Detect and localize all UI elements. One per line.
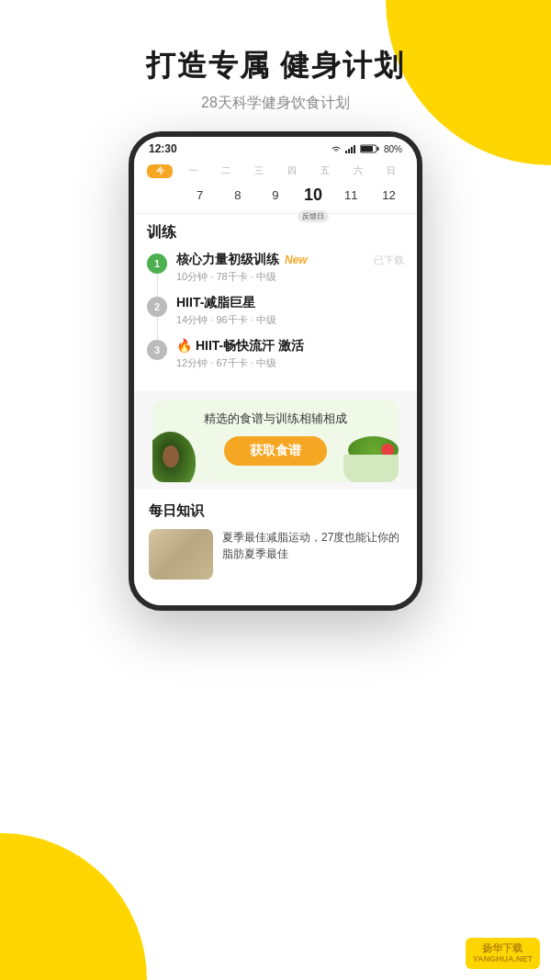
food-banner: 精选的食谱与训练相辅相成 获取食谱 xyxy=(152,400,399,482)
hero-subtitle: 28天科学健身饮食计划 xyxy=(0,94,551,113)
salad-decoration xyxy=(343,436,399,482)
watermark: 扬华下载 YANGHUA.NET xyxy=(466,938,540,969)
knowledge-card[interactable]: 夏季最佳减脂运动，27度也能让你的脂肪夏季最佳 xyxy=(149,529,402,580)
workout-number-1: 1 xyxy=(147,253,167,274)
feedback-label: 反馈日 xyxy=(298,210,329,222)
downloaded-tag: 已下载 xyxy=(374,252,404,267)
workout-name-3: 🔥 HIIT-畅快流汗 激活 xyxy=(176,338,404,355)
phone-bottom-space xyxy=(134,587,417,605)
workout-name-2: HIIT-减脂巨星 xyxy=(176,295,404,311)
battery-percent: 80% xyxy=(384,144,402,154)
day-12[interactable]: 12 xyxy=(376,182,401,208)
day-label-thu: 四 xyxy=(279,164,305,178)
signal-icon xyxy=(345,144,356,153)
phone-mockup: 12:30 80% xyxy=(129,131,422,611)
watermark-line1: 扬华下载 xyxy=(482,941,523,954)
day-label-sat: 六 xyxy=(345,164,371,178)
svg-rect-6 xyxy=(361,146,373,152)
corner-decoration-bottom-left xyxy=(0,833,147,980)
hero-title: 打造专属 健身计划 xyxy=(0,46,551,86)
food-banner-wrapper: 精选的食谱与训练相辅相成 获取食谱 xyxy=(134,390,417,490)
workout-meta-2: 14分钟 · 96千卡 · 中级 xyxy=(176,313,404,327)
day-label-wed: 三 xyxy=(246,164,272,178)
day-9[interactable]: 9 xyxy=(263,182,288,208)
food-banner-text: 精选的食谱与训练相辅相成 xyxy=(204,411,347,427)
training-section: 训练 1 核心力量初级训练 New 10分钟 · 78千卡 · 中级 已下载 2… xyxy=(134,214,417,390)
knowledge-text: 夏季最佳减脂运动，27度也能让你的脂肪夏季最佳 xyxy=(222,529,402,562)
svg-rect-5 xyxy=(377,147,378,151)
day-label-fri: 五 xyxy=(312,164,338,178)
svg-rect-0 xyxy=(345,151,347,153)
workout-info-3: 🔥 HIIT-畅快流汗 激活 12分钟 · 67千卡 · 中级 xyxy=(176,338,404,370)
avocado-decoration xyxy=(152,432,196,482)
knowledge-section-title: 每日知识 xyxy=(149,502,402,520)
new-badge: New xyxy=(285,253,308,266)
svg-rect-1 xyxy=(348,149,350,153)
workout-meta-3: 12分钟 · 67千卡 · 中级 xyxy=(176,356,404,370)
watermark-line2: YANGHUA.NET xyxy=(473,954,533,965)
day-11[interactable]: 11 xyxy=(338,182,364,208)
training-section-title: 训练 xyxy=(147,223,404,242)
workout-number-2: 2 xyxy=(147,297,167,317)
knowledge-img-inner xyxy=(149,529,213,580)
workout-meta-1: 10分钟 · 78千卡 · 中级 xyxy=(176,270,374,284)
status-icons: 80% xyxy=(331,144,402,154)
workout-item-2[interactable]: 2 HIIT-减脂巨星 14分钟 · 96千卡 · 中级 xyxy=(147,295,404,327)
hero-section: 打造专属 健身计划 28天科学健身饮食计划 xyxy=(0,0,551,131)
today-placeholder xyxy=(150,182,175,208)
workout-info-1: 核心力量初级训练 New 10分钟 · 78千卡 · 中级 xyxy=(176,252,374,284)
status-time: 12:30 xyxy=(149,142,177,155)
day-label-sun: 日 xyxy=(378,164,404,178)
svg-rect-2 xyxy=(351,147,353,153)
status-bar: 12:30 80% xyxy=(134,137,417,161)
battery-icon xyxy=(360,144,380,153)
workout-item-1[interactable]: 1 核心力量初级训练 New 10分钟 · 78千卡 · 中级 已下载 xyxy=(147,252,404,284)
workout-info-2: HIIT-减脂巨星 14分钟 · 96千卡 · 中级 xyxy=(176,295,404,327)
day-label-tue: 二 xyxy=(213,164,239,178)
selected-day-num: 10 xyxy=(304,186,322,205)
workout-item-3[interactable]: 3 🔥 HIIT-畅快流汗 激活 12分钟 · 67千卡 · 中级 xyxy=(147,338,404,370)
wifi-icon xyxy=(331,144,342,153)
knowledge-section: 每日知识 夏季最佳减脂运动，27度也能让你的脂肪夏季最佳 xyxy=(134,490,417,587)
day-8[interactable]: 8 xyxy=(225,182,251,208)
workout-name-1: 核心力量初级训练 New xyxy=(176,252,374,268)
day-7[interactable]: 7 xyxy=(187,182,213,208)
day-10[interactable]: 10 反馈日 xyxy=(300,182,326,208)
workout-number-3: 3 xyxy=(147,340,167,360)
knowledge-image xyxy=(149,529,213,580)
day-label-mon: 一 xyxy=(180,164,206,178)
today-label: 今 xyxy=(147,164,173,178)
salad-bowl xyxy=(343,455,399,482)
calendar-strip: 今 一 二 三 四 五 六 日 7 8 9 10 反馈日 11 12 xyxy=(134,161,417,214)
svg-rect-3 xyxy=(354,145,355,153)
get-recipe-button[interactable]: 获取食谱 xyxy=(224,436,327,466)
days-row: 7 8 9 10 反馈日 11 12 xyxy=(143,182,408,208)
days-header: 今 一 二 三 四 五 六 日 xyxy=(143,164,408,178)
